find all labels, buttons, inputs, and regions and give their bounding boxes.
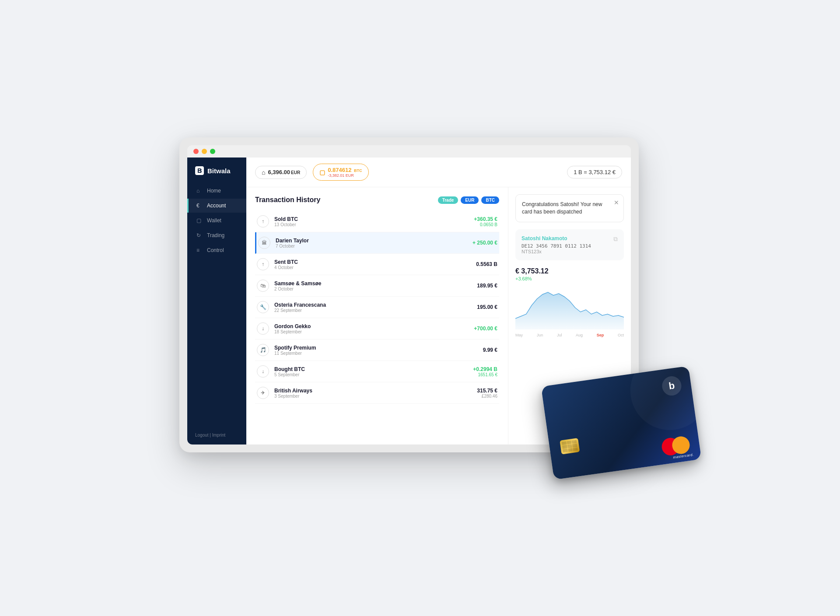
home-icon: ⌂ (196, 188, 203, 194)
sidebar-footer: Logout | Imprint (187, 426, 246, 444)
chart-labels: May Jun Jul Aug Sep Oct (515, 333, 624, 337)
tx-name: Sent BTC (274, 259, 471, 265)
tx-info: British Airways 3 September (274, 388, 472, 399)
transaction-item[interactable]: 🏛 Darien Taylor 7 October + 250.00 € (255, 232, 499, 254)
sidebar-item-trading[interactable]: ↻ Trading (187, 228, 246, 242)
sidebar-logo-text: Bitwala (207, 167, 231, 175)
card-number: DE12 3456 7891 0112 1314 (522, 243, 591, 249)
tx-amount: +700.00 € (474, 326, 497, 332)
wallet-icon: ▢ (196, 217, 203, 224)
tx-icon: 🔧 (257, 301, 269, 313)
card-code: NTS123x (522, 249, 591, 254)
tx-amount-block: +360.35 € 0.0650 B (474, 216, 497, 227)
top-bar: ⌂ 6,396.00EUR ▢ 0.874612 BTC (246, 158, 631, 187)
tx-icon: ↑ (257, 258, 269, 270)
tx-amount-block: 189.95 € (477, 283, 497, 289)
chart-label-may: May (515, 333, 523, 337)
chip-area (560, 438, 580, 455)
tx-info: Sent BTC 4 October (274, 259, 471, 270)
sidebar-item-home[interactable]: ⌂ Home (187, 184, 246, 198)
window-dot-green[interactable] (210, 149, 215, 154)
tx-amount-block: 315.75 € £280.46 (477, 388, 497, 399)
tx-date: 13 October (274, 222, 469, 227)
sidebar-item-control[interactable]: ≡ Control (187, 243, 246, 257)
euro-icon: € (196, 203, 203, 209)
transaction-item[interactable]: 🔧 Osteria Francescana 22 September 195.0… (255, 297, 499, 318)
notification-close-button[interactable]: ✕ (614, 199, 619, 206)
card-logo-area: b (661, 375, 683, 397)
tx-name: Gordon Gekko (274, 323, 469, 329)
section-title: Transaction History (255, 196, 320, 204)
chart-label-jul: Jul (557, 333, 562, 337)
tx-amount-sub: 0.0650 B (474, 222, 497, 227)
transaction-item[interactable]: ✈ British Airways 3 September 315.75 € £… (255, 382, 499, 404)
chart-label-aug: Aug (576, 333, 583, 337)
tx-icon: 🛍 (257, 280, 269, 292)
tx-name: British Airways (274, 388, 472, 394)
tx-icon: ↑ (257, 215, 269, 228)
sidebar-item-home-label: Home (207, 188, 221, 194)
btc-label: BTC (354, 168, 362, 173)
tx-amount: +360.35 € (474, 216, 497, 222)
tx-icon: ✈ (257, 387, 269, 399)
btc-balance-chip[interactable]: ▢ 0.874612 BTC -3,382.01 EUR (313, 164, 368, 181)
transaction-list: ↑ Sold BTC 13 October +360.35 € 0.0650 B… (255, 211, 499, 404)
card-info: Satoshi Nakamoto DE12 3456 7891 0112 131… (515, 229, 624, 260)
transaction-item[interactable]: ↓ Bought BTC 5 September +0.2994 B 1651.… (255, 361, 499, 382)
sidebar-item-trading-label: Trading (207, 232, 224, 238)
filter-trade[interactable]: Trade (438, 196, 458, 204)
tx-amount: 315.75 € (477, 388, 497, 394)
sidebar-item-wallet[interactable]: ▢ Wallet (187, 214, 246, 228)
filter-btc[interactable]: BTC (481, 196, 499, 204)
sidebar-footer-text: Logout | Imprint (195, 433, 225, 438)
chart-value: € 3,753.12 (515, 267, 624, 275)
copy-button[interactable]: ⧉ (613, 235, 618, 243)
tx-date: 2 October (274, 287, 472, 291)
tx-amount: 0.5563 B (476, 261, 497, 267)
chart-label-sep: Sep (597, 333, 604, 337)
tx-amount-block: 0.5563 B (476, 261, 497, 267)
window-dot-yellow[interactable] (202, 149, 207, 154)
tx-icon: ↓ (257, 365, 269, 378)
tx-date: 11 September (274, 351, 478, 356)
transaction-item[interactable]: ↓ Gordon Gekko 18 September +700.00 € (255, 318, 499, 340)
control-icon: ≡ (196, 247, 203, 253)
sidebar-logo: Bitwala (187, 166, 246, 184)
tx-name: Bought BTC (274, 366, 468, 372)
exchange-rate: 1 B = 3,753.12 € (567, 166, 622, 178)
window-dot-red[interactable] (193, 149, 199, 154)
tx-name: Samsøe & Samsøe (274, 280, 472, 287)
filter-eur[interactable]: EUR (461, 196, 479, 204)
chart-label-oct: Oct (618, 333, 624, 337)
tx-info: Osteria Francescana 22 September (274, 302, 472, 313)
tx-date: 5 September (274, 372, 468, 377)
transaction-item[interactable]: 🎵 Spotify Premium 11 September 9.99 € (255, 340, 499, 361)
tx-date: 4 October (274, 265, 471, 270)
transaction-item[interactable]: ↑ Sold BTC 13 October +360.35 € 0.0650 B (255, 211, 499, 232)
tx-info: Spotify Premium 11 September (274, 345, 478, 356)
tx-amount: 195.00 € (477, 304, 497, 310)
tx-date: 7 October (276, 244, 467, 248)
tx-amount-block: +700.00 € (474, 326, 497, 332)
tx-date: 22 September (274, 308, 472, 313)
tx-amount-block: 195.00 € (477, 304, 497, 310)
tx-name: Sold BTC (274, 216, 469, 222)
eur-balance-chip[interactable]: ⌂ 6,396.00EUR (255, 166, 307, 179)
chart-label-jun: Jun (537, 333, 543, 337)
sidebar-nav: ⌂ Home € Account ▢ Wallet ↻ (187, 184, 246, 426)
tx-info: Gordon Gekko 18 September (274, 323, 469, 334)
transaction-item[interactable]: ↑ Sent BTC 4 October 0.5563 B (255, 254, 499, 275)
chart-change: +3.68% (515, 276, 624, 281)
transaction-item[interactable]: 🛍 Samsøe & Samsøe 2 October 189.95 € (255, 275, 499, 297)
tx-amount: + 250.00 € (472, 240, 497, 246)
tx-amount-sub: £280.46 (477, 394, 497, 399)
sidebar-item-control-label: Control (207, 247, 224, 253)
tx-amount: 189.95 € (477, 283, 497, 289)
tx-icon: ↓ (257, 322, 269, 335)
trading-icon: ↻ (196, 232, 203, 238)
tx-date: 18 September (274, 329, 469, 334)
sidebar-item-account[interactable]: € Account (187, 199, 246, 213)
btc-eur-sub: -3,382.01 EUR (328, 173, 362, 178)
house-icon: ⌂ (262, 169, 265, 176)
tx-name: Osteria Francescana (274, 302, 472, 308)
